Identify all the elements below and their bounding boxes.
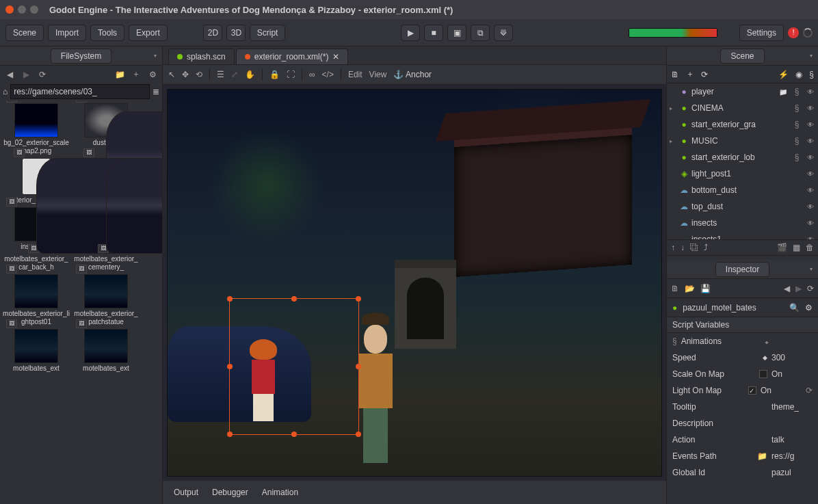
group-icon[interactable]: ◉ bbox=[795, 70, 802, 79]
eye-icon[interactable] bbox=[806, 136, 815, 146]
edit-menu[interactable]: Edit bbox=[348, 70, 362, 79]
script-icon[interactable] bbox=[792, 136, 802, 146]
alert-icon[interactable]: ! bbox=[788, 27, 799, 38]
filesystem-options-icon[interactable]: ▾ bbox=[154, 53, 157, 59]
rotate-tool-icon[interactable]: ⟲ bbox=[196, 70, 202, 79]
eye-icon[interactable] bbox=[806, 185, 815, 195]
nav-settings-icon[interactable]: ⚙ bbox=[146, 70, 159, 79]
eye-icon[interactable] bbox=[806, 202, 815, 211]
insp-settings-icon[interactable]: ⚙ bbox=[805, 303, 813, 313]
inspector-options-icon[interactable]: ▾ bbox=[810, 266, 813, 272]
maximize-window-icon[interactable] bbox=[30, 5, 38, 14]
viewport[interactable] bbox=[167, 89, 662, 477]
script-icon[interactable] bbox=[792, 120, 802, 129]
nav-add-icon[interactable]: ＋ bbox=[129, 68, 143, 80]
play-custom-button[interactable]: ⧉ bbox=[471, 25, 490, 41]
mode-script-button[interactable]: Script bbox=[250, 25, 286, 41]
connect-icon[interactable]: ⚡ bbox=[778, 70, 789, 79]
remote-button[interactable]: ⟱ bbox=[494, 25, 513, 41]
folder-icon[interactable] bbox=[778, 87, 788, 96]
scene-panel-options-icon[interactable]: ▾ bbox=[810, 53, 813, 59]
script-icon[interactable] bbox=[792, 152, 802, 162]
script-attach-icon[interactable]: § bbox=[809, 70, 814, 79]
stop-button[interactable]: ■ bbox=[424, 25, 443, 41]
checkbox[interactable] bbox=[759, 370, 767, 378]
play-scene-button[interactable]: ▣ bbox=[447, 25, 466, 41]
tree-node[interactable]: ☁bottom_dust bbox=[667, 182, 818, 198]
close-window-icon[interactable] bbox=[5, 5, 14, 14]
eye-icon[interactable] bbox=[806, 87, 815, 96]
tree-node[interactable]: ●start_exterior_gra bbox=[667, 116, 818, 133]
reparent-icon[interactable]: ⤴ bbox=[704, 243, 708, 252]
menu-scene[interactable]: Scene bbox=[5, 25, 44, 41]
mode-3d-button[interactable]: 3D bbox=[226, 25, 246, 41]
file-item[interactable]: 🖼motelbates_ext bbox=[3, 329, 70, 373]
file-item[interactable]: 🖼bg_02_exterior_scalemap2.png bbox=[3, 103, 70, 155]
output-tab[interactable]: Output bbox=[174, 488, 198, 497]
path-list-icon[interactable]: ≣ bbox=[153, 87, 159, 96]
select-tool-icon[interactable]: ↖ bbox=[168, 70, 175, 79]
reset-icon[interactable] bbox=[806, 386, 813, 395]
insp-new-icon[interactable]: 🗎 bbox=[671, 284, 679, 293]
duplicate-icon[interactable]: ⿻ bbox=[690, 243, 698, 252]
menu-export[interactable]: Export bbox=[129, 25, 168, 41]
tree-node[interactable]: ●start_exterior_lob bbox=[667, 149, 818, 165]
tree-node[interactable]: ●player bbox=[667, 83, 818, 100]
property-value[interactable]: pazul bbox=[771, 468, 813, 477]
insp-open-icon[interactable]: 📂 bbox=[685, 284, 695, 293]
eye-icon[interactable] bbox=[806, 218, 815, 228]
eye-icon[interactable] bbox=[806, 152, 815, 162]
multi-icon[interactable]: ▦ bbox=[793, 243, 800, 252]
tree-node[interactable]: ☁top_dust bbox=[667, 198, 818, 215]
editor-tab[interactable]: splash.scn bbox=[168, 49, 235, 64]
insp-history-icon[interactable]: ⟳ bbox=[807, 284, 814, 293]
property-value[interactable]: 300 bbox=[771, 353, 813, 362]
tree-node[interactable]: ☁insects bbox=[667, 215, 818, 231]
nav-back-icon[interactable]: ◀ bbox=[3, 70, 16, 79]
tab-close-icon[interactable]: ✕ bbox=[332, 52, 339, 62]
tree-node[interactable]: ▸●CINEMA bbox=[667, 100, 818, 116]
play-button[interactable]: ▶ bbox=[401, 25, 420, 41]
nav-folder-icon[interactable]: 📁 bbox=[113, 70, 127, 79]
eye-icon[interactable] bbox=[806, 169, 815, 178]
nav-forward-icon[interactable]: ▶ bbox=[19, 70, 33, 79]
browse-icon[interactable]: 📁 bbox=[757, 451, 767, 461]
expand-icon[interactable]: ▸ bbox=[670, 138, 676, 144]
debugger-tab[interactable]: Debugger bbox=[212, 488, 248, 497]
menu-import[interactable]: Import bbox=[48, 25, 86, 41]
dropdown-icon[interactable] bbox=[765, 336, 767, 346]
editor-tab[interactable]: exterior_room.xml(*)✕ bbox=[236, 49, 349, 64]
unlock-icon[interactable]: ⛶ bbox=[287, 70, 295, 79]
nav-refresh-icon[interactable]: ⟳ bbox=[36, 70, 49, 79]
checkbox[interactable] bbox=[748, 386, 756, 395]
property-value[interactable]: On bbox=[771, 369, 813, 379]
clapper-icon[interactable]: 🎬 bbox=[777, 243, 787, 252]
move-up-icon[interactable]: ↑ bbox=[671, 243, 675, 252]
list-tool-icon[interactable]: ☰ bbox=[217, 70, 224, 79]
file-item[interactable]: 🖼motelbates_exterior_lightpost01 bbox=[3, 274, 70, 326]
spinner-icon[interactable]: ◆ bbox=[763, 354, 767, 361]
code-icon[interactable]: </> bbox=[322, 70, 334, 79]
tree-node[interactable]: ◈light_post1 bbox=[667, 165, 818, 182]
delete-node-icon[interactable]: 🗑 bbox=[806, 243, 814, 252]
insp-back-icon[interactable]: ◀ bbox=[784, 284, 790, 293]
path-home-icon[interactable]: ⌂ bbox=[3, 87, 8, 96]
property-value[interactable]: talk bbox=[771, 435, 813, 445]
property-value[interactable]: res://g bbox=[771, 451, 813, 461]
pan-tool-icon[interactable]: ✋ bbox=[245, 70, 255, 79]
settings-button[interactable]: Settings bbox=[739, 25, 784, 41]
tree-node[interactable]: ☁insects1 bbox=[667, 231, 818, 239]
minimize-window-icon[interactable] bbox=[18, 5, 26, 14]
insp-search-icon[interactable]: 🔍 bbox=[789, 303, 800, 313]
tree-node[interactable]: ▸●MUSIC bbox=[667, 133, 818, 149]
anchor-menu[interactable]: ⚓ Anchor bbox=[393, 70, 432, 79]
insp-fwd-icon[interactable]: ▶ bbox=[795, 284, 802, 293]
file-item[interactable]: 🖼motelbates_exterior_patchstatue bbox=[72, 274, 140, 326]
selection-box[interactable] bbox=[229, 298, 359, 435]
script-icon[interactable] bbox=[792, 103, 802, 113]
link-icon[interactable]: ∞ bbox=[309, 70, 315, 79]
move-down-icon[interactable]: ↓ bbox=[681, 243, 685, 252]
script-icon[interactable] bbox=[792, 87, 802, 96]
insp-save-icon[interactable]: 💾 bbox=[700, 284, 711, 293]
eye-icon[interactable] bbox=[806, 103, 815, 113]
